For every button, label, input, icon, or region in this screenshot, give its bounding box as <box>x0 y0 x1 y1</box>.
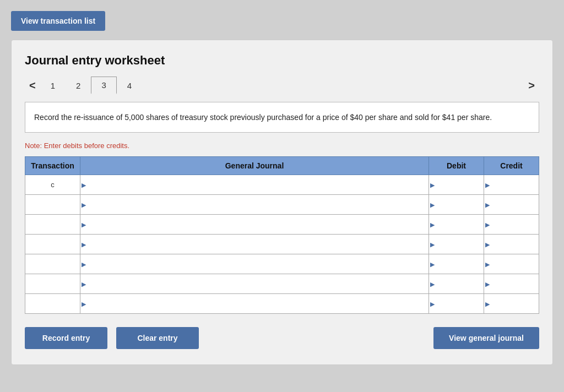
table-row <box>25 215 539 235</box>
col-header-credit: Credit <box>484 157 539 175</box>
transaction-cell <box>25 254 80 274</box>
general-journal-cell[interactable] <box>80 254 429 274</box>
general-journal-input[interactable] <box>84 276 425 291</box>
note-text: Note: Enter debits before credits. <box>25 141 539 150</box>
general-journal-cell[interactable] <box>80 274 429 294</box>
credit-input[interactable] <box>487 296 535 311</box>
general-journal-cell[interactable] <box>80 294 429 314</box>
next-tab-arrow[interactable]: > <box>524 77 539 94</box>
general-journal-cell[interactable] <box>80 235 429 254</box>
debit-input[interactable] <box>432 237 480 252</box>
tab-4[interactable]: 4 <box>117 77 142 94</box>
tab-2[interactable]: 2 <box>66 77 91 94</box>
credit-cell[interactable] <box>484 175 539 195</box>
prev-tab-arrow[interactable]: < <box>25 77 40 94</box>
col-header-debit: Debit <box>429 157 484 175</box>
buttons-row: Record entry Clear entry View general jo… <box>25 327 539 349</box>
credit-input[interactable] <box>487 197 535 212</box>
transaction-cell <box>25 195 80 215</box>
credit-cell[interactable] <box>484 215 539 235</box>
credit-input[interactable] <box>487 177 535 192</box>
col-header-transaction: Transaction <box>25 157 80 175</box>
credit-input[interactable] <box>487 217 535 232</box>
general-journal-input[interactable] <box>84 257 425 271</box>
credit-cell[interactable] <box>484 195 539 215</box>
debit-cell[interactable] <box>429 294 484 314</box>
debit-cell[interactable] <box>429 235 484 254</box>
col-header-general-journal: General Journal <box>80 157 429 175</box>
debit-input[interactable] <box>432 217 480 232</box>
credit-input[interactable] <box>487 276 535 291</box>
transaction-cell <box>25 274 80 294</box>
general-journal-cell[interactable] <box>80 175 429 195</box>
top-bar: View transaction list <box>11 11 553 31</box>
credit-cell[interactable] <box>484 274 539 294</box>
view-general-journal-button[interactable]: View general journal <box>433 327 539 349</box>
credit-cell[interactable] <box>484 254 539 274</box>
debit-input[interactable] <box>432 257 480 271</box>
general-journal-cell[interactable] <box>80 195 429 215</box>
view-transaction-button[interactable]: View transaction list <box>11 11 105 31</box>
table-row <box>25 274 539 294</box>
debit-cell[interactable] <box>429 175 484 195</box>
debit-cell[interactable] <box>429 274 484 294</box>
debit-cell[interactable] <box>429 215 484 235</box>
credit-input[interactable] <box>487 237 535 252</box>
tabs-row: < 1 2 3 4 > <box>25 77 539 94</box>
credit-cell[interactable] <box>484 294 539 314</box>
debit-input[interactable] <box>432 276 480 291</box>
general-journal-input[interactable] <box>84 177 425 192</box>
transaction-cell <box>25 215 80 235</box>
general-journal-input[interactable] <box>84 296 425 311</box>
tab-1[interactable]: 1 <box>40 77 66 94</box>
journal-table: Transaction General Journal Debit Credit… <box>25 156 539 314</box>
credit-cell[interactable] <box>484 235 539 254</box>
debit-input[interactable] <box>432 296 480 311</box>
table-row <box>25 254 539 274</box>
clear-entry-button[interactable]: Clear entry <box>116 327 199 349</box>
panel-title: Journal entry worksheet <box>25 53 539 68</box>
debit-cell[interactable] <box>429 254 484 274</box>
main-panel: Journal entry worksheet < 1 2 3 4 > Reco… <box>11 40 553 365</box>
transaction-cell <box>25 294 80 314</box>
table-row <box>25 195 539 215</box>
general-journal-cell[interactable] <box>80 215 429 235</box>
tab-3[interactable]: 3 <box>91 77 116 94</box>
table-row <box>25 235 539 254</box>
table-row: c <box>25 175 539 195</box>
debit-input[interactable] <box>432 177 480 192</box>
transaction-cell: c <box>25 175 80 195</box>
general-journal-input[interactable] <box>84 237 425 252</box>
transaction-cell <box>25 235 80 254</box>
general-journal-input[interactable] <box>84 197 425 212</box>
table-row <box>25 294 539 314</box>
general-journal-input[interactable] <box>84 217 425 232</box>
description-box: Record the re-issuance of 5,000 shares o… <box>25 102 539 133</box>
credit-input[interactable] <box>487 257 535 271</box>
debit-input[interactable] <box>432 197 480 212</box>
debit-cell[interactable] <box>429 195 484 215</box>
record-entry-button[interactable]: Record entry <box>25 327 107 349</box>
